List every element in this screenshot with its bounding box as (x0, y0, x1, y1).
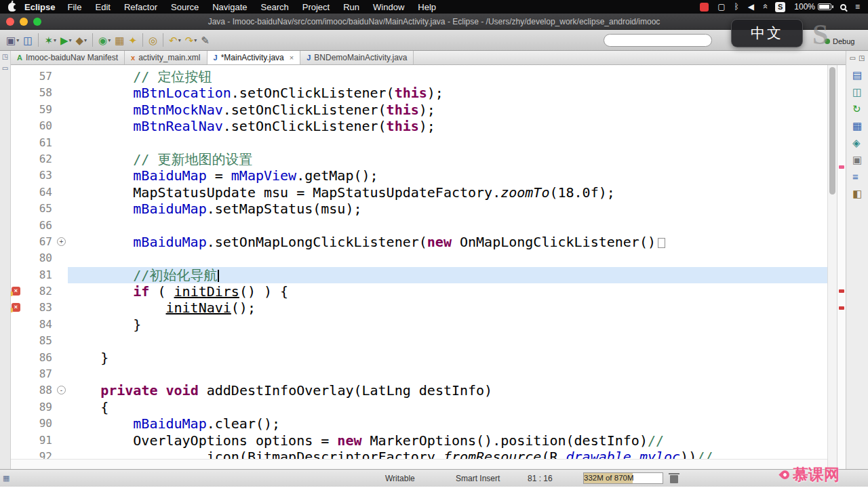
battery-indicator[interactable]: 100% (794, 2, 831, 12)
annotation-mark[interactable] (839, 306, 844, 310)
minimized-view-icon[interactable]: ≡ (852, 171, 862, 182)
gutter-marker-bar[interactable] (11, 184, 21, 201)
apple-menu-icon[interactable] (8, 3, 16, 12)
gutter-marker-bar[interactable] (11, 333, 21, 349)
bluetooth-icon[interactable]: ᛒ (734, 3, 739, 11)
code-text[interactable]: mBaiduMap = mMapView.getMap(); (68, 167, 827, 184)
minimized-view-icon[interactable]: ◫ (852, 87, 862, 97)
fold-gutter[interactable] (56, 218, 68, 234)
input-method-icon[interactable]: S (775, 2, 785, 12)
garbage-collect-icon[interactable] (670, 475, 678, 483)
fold-gutter[interactable] (56, 432, 68, 449)
fold-gutter[interactable] (56, 366, 68, 382)
menu-project[interactable]: Project (302, 2, 330, 12)
spotlight-icon[interactable] (840, 4, 846, 10)
control-center-icon[interactable]: ≡ (855, 3, 860, 11)
fold-gutter[interactable] (56, 167, 68, 184)
close-button[interactable] (6, 18, 14, 26)
gutter-marker-bar[interactable] (11, 382, 21, 399)
perspective-debug-button[interactable]: Debug (825, 37, 854, 45)
restore-view-icon[interactable]: ▭ (2, 65, 8, 72)
code-text[interactable]: .icon(BitmapDescriptorFactory.fromResour… (68, 449, 827, 459)
fold-gutter[interactable] (56, 283, 68, 300)
toolbar-search-button[interactable]: ◎ (146, 32, 159, 48)
toolbar-new-package-button[interactable]: ▦ (113, 32, 126, 48)
gutter-marker-bar[interactable]: × (11, 283, 21, 300)
code-text[interactable]: mBtnRealNav.setOnClickListener(this); (68, 118, 827, 134)
screen-record-icon[interactable] (700, 3, 709, 12)
menu-help[interactable]: Help (418, 2, 436, 12)
code-text[interactable]: initNavi(); (68, 300, 827, 316)
menu-edit[interactable]: Edit (95, 2, 110, 12)
code-text[interactable]: // 更新地图的设置 (68, 151, 827, 167)
fold-gutter[interactable] (56, 350, 68, 366)
gutter-marker-bar[interactable] (11, 102, 21, 118)
gutter-marker-bar[interactable]: × (11, 300, 21, 316)
annotation-mark[interactable] (839, 165, 844, 169)
gutter-marker-bar[interactable] (11, 350, 21, 366)
toolbar-new-button[interactable]: ▣▾ (4, 32, 21, 48)
gutter-marker-bar[interactable] (11, 201, 21, 217)
tab-close-icon[interactable]: × (290, 54, 294, 62)
minimized-view-icon[interactable]: ▤ (852, 70, 862, 80)
toolbar-debug-button[interactable]: ✶▾ (42, 32, 58, 48)
code-text[interactable]: mBtnMockNav.setOnClickListener(this); (68, 102, 827, 118)
fold-gutter[interactable] (56, 135, 68, 151)
minimize-button[interactable] (20, 18, 28, 26)
code-text[interactable]: OverlayOptions options = new MarkerOptio… (68, 432, 827, 449)
tab-2[interactable]: xactivity_main.xml (125, 51, 207, 64)
gutter-marker-bar[interactable] (11, 415, 21, 432)
code-text[interactable]: private void addDestInfoOverlay(LatLng d… (68, 382, 827, 399)
gutter-marker-bar[interactable] (11, 267, 21, 283)
gutter-marker-bar[interactable] (11, 366, 21, 382)
fold-gutter[interactable] (56, 68, 68, 85)
tab-4[interactable]: JBNDemoMainActivity.java (300, 51, 414, 64)
gutter-marker-bar[interactable] (11, 151, 21, 167)
status-corner-icon[interactable]: ▦ (3, 474, 9, 483)
menu-refactor[interactable]: Refactor (124, 2, 157, 12)
zoom-button[interactable] (33, 18, 41, 26)
code-text[interactable] (68, 135, 827, 151)
gutter-marker-bar[interactable] (11, 135, 21, 151)
code-text[interactable]: mBaiduMap.setMapStatus(msu); (68, 201, 827, 217)
horizontal-scrollbar[interactable] (11, 459, 827, 469)
gutter-marker-bar[interactable] (11, 68, 21, 85)
fold-gutter[interactable] (56, 85, 68, 101)
code-text[interactable]: } (68, 350, 827, 366)
display-icon[interactable]: ▢ (717, 3, 725, 11)
toolbar-save-button[interactable]: ◫ (21, 32, 35, 48)
vertical-scrollbar[interactable] (827, 65, 837, 469)
maximize-view-icon[interactable]: ◳ (859, 54, 865, 62)
gutter-marker-bar[interactable] (11, 449, 21, 459)
gutter-marker-bar[interactable] (11, 399, 21, 415)
tab-1[interactable]: AImooc-baiduNav Manifest (11, 51, 125, 64)
folded-region-box[interactable] (658, 238, 665, 248)
overview-ruler[interactable] (837, 65, 846, 469)
minimized-view-icon[interactable]: ↻ (852, 104, 862, 114)
fold-gutter[interactable] (56, 151, 68, 167)
minimized-view-icon[interactable]: ◈ (852, 138, 862, 148)
menu-source[interactable]: Source (171, 2, 199, 12)
wifi-icon[interactable]: » (760, 5, 769, 8)
code-text[interactable]: mBaiduMap.clear(); (68, 415, 827, 432)
gutter-marker-bar[interactable] (11, 85, 21, 101)
toolbar-last-edit-button[interactable]: ✎ (199, 32, 212, 48)
fold-gutter[interactable] (56, 102, 68, 118)
fold-gutter[interactable] (56, 415, 68, 432)
fold-gutter[interactable]: + (56, 234, 68, 250)
fold-gutter[interactable]: - (56, 382, 68, 399)
code-text[interactable]: mBtnLocation.setOnClickListener(this); (68, 85, 827, 101)
code-text[interactable]: } (68, 317, 827, 333)
fold-gutter[interactable] (56, 201, 68, 217)
gutter-marker-bar[interactable] (11, 234, 21, 250)
toolbar-external-tools-button[interactable]: ◆▾ (74, 32, 90, 48)
app-menu-eclipse[interactable]: Eclipse (24, 2, 56, 12)
fold-gutter[interactable] (56, 449, 68, 459)
fold-gutter[interactable] (56, 267, 68, 283)
menu-file[interactable]: File (68, 2, 82, 12)
code-text[interactable]: MapStatusUpdate msu = MapStatusUpdateFac… (68, 184, 827, 201)
code-text[interactable]: mBaiduMap.setOnMapLongClickListener(new … (68, 234, 827, 250)
code-text[interactable] (68, 218, 827, 234)
toolbar-back-button[interactable]: ↶▾ (167, 32, 183, 48)
annotation-mark[interactable] (839, 289, 844, 293)
